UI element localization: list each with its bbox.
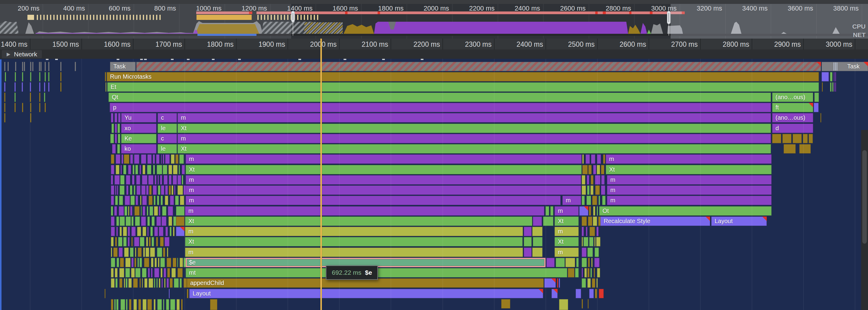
flame-bar[interactable] (161, 217, 166, 226)
flame-bar[interactable] (834, 72, 835, 81)
flame-bar-layout[interactable]: Layout (189, 289, 543, 298)
flame-bar-c[interactable]: c (158, 113, 177, 122)
flame-bar[interactable] (143, 165, 145, 174)
flame-bar[interactable] (799, 144, 811, 153)
filmstrip-tick[interactable] (140, 15, 141, 20)
flame-bar[interactable] (168, 217, 172, 226)
flame-bar[interactable] (4, 82, 5, 92)
flame-bar[interactable] (588, 258, 590, 267)
flame-bar[interactable] (143, 206, 145, 216)
flame-bar[interactable] (124, 278, 125, 288)
flame-bar[interactable] (142, 196, 147, 205)
flame-bar[interactable] (809, 134, 813, 143)
flame-bar[interactable] (121, 299, 125, 310)
flame-bar[interactable] (134, 186, 135, 195)
flame-bar[interactable] (830, 82, 832, 92)
flame-bar[interactable] (161, 268, 162, 277)
flame-bar[interactable] (147, 299, 152, 310)
flame-bar-task[interactable]: Task (110, 62, 135, 71)
flame-bar[interactable] (115, 175, 120, 185)
flame-bar[interactable] (131, 217, 133, 226)
flame-bar[interactable] (146, 186, 149, 195)
flame-bar-xt[interactable]: Xt (555, 217, 579, 226)
flame-bar[interactable] (39, 82, 40, 92)
flame-bar[interactable] (164, 278, 165, 288)
flame-bar[interactable] (147, 227, 149, 236)
flame-bar-layout[interactable]: Layout (711, 217, 767, 226)
flame-bar[interactable] (587, 268, 590, 277)
flame-bar[interactable] (116, 299, 119, 310)
flame-bar[interactable] (161, 278, 163, 288)
flame-bar-xt[interactable]: Xt (185, 217, 532, 226)
flame-bar[interactable] (129, 299, 131, 310)
flame-bar[interactable] (133, 299, 137, 310)
flame-bar[interactable] (119, 196, 123, 205)
filmstrip-tick[interactable] (143, 15, 144, 20)
flame-bar[interactable] (161, 196, 163, 205)
flame-bar[interactable] (111, 237, 114, 246)
flame-bar[interactable] (144, 258, 149, 267)
flame-bar[interactable] (116, 165, 119, 174)
flame-bar[interactable] (156, 217, 161, 226)
flame-bar[interactable] (168, 206, 173, 216)
flame-bar[interactable] (575, 268, 579, 277)
flame-chart[interactable]: TaskTaskRun MicrotasksEtQt(ano…ous)pftYu… (0, 59, 868, 310)
flame-bar[interactable] (597, 154, 601, 164)
flame-bar[interactable] (160, 175, 162, 185)
flame-bar[interactable] (60, 82, 61, 92)
flame-bar[interactable] (111, 206, 113, 216)
filmstrip-tick[interactable] (37, 15, 38, 20)
flame-bar[interactable] (118, 134, 120, 143)
flame-bar[interactable] (533, 237, 542, 246)
flame-bar[interactable] (104, 289, 105, 298)
flame-bar-m[interactable]: m (185, 248, 523, 257)
flame-bar[interactable] (111, 278, 115, 288)
flame-bar[interactable] (130, 206, 132, 216)
flame-bar[interactable] (146, 248, 149, 257)
flame-bar-m[interactable]: m (607, 186, 772, 195)
flame-bar[interactable] (124, 154, 129, 164)
filmstrip-tick[interactable] (133, 15, 134, 20)
flame-bar-qt[interactable]: Qt (108, 92, 771, 102)
scrollbar-track[interactable] (861, 130, 868, 310)
flame-bar[interactable] (524, 248, 532, 257)
flame-bar[interactable] (30, 62, 31, 71)
flame-bar[interactable] (582, 299, 583, 309)
flame-bar[interactable] (44, 92, 45, 102)
flame-bar[interactable] (180, 278, 182, 288)
filmstrip-tick[interactable] (116, 15, 118, 20)
flame-bar[interactable] (182, 165, 185, 174)
filmstrip-tick[interactable] (126, 15, 127, 20)
filmstrip-tick[interactable] (93, 15, 94, 20)
flame-bar[interactable] (22, 103, 23, 112)
flame-bar[interactable] (121, 154, 123, 164)
flame-bar-m[interactable]: m (186, 154, 582, 164)
flame-bar[interactable] (176, 227, 184, 236)
flame-bar[interactable] (182, 175, 183, 185)
flame-bar-ko[interactable]: ko (121, 144, 156, 153)
flame-bar[interactable] (587, 186, 590, 195)
flame-bar[interactable] (141, 217, 146, 226)
flame-bar-ano-ous[interactable]: (ano…ous) (772, 113, 813, 122)
filmstrip-tick[interactable] (153, 15, 154, 20)
flame-bar-m[interactable]: m (555, 206, 579, 216)
flame-bar[interactable] (587, 175, 589, 185)
flame-bar[interactable] (173, 227, 174, 236)
flame-bar[interactable] (173, 165, 178, 174)
flame-bar[interactable] (156, 154, 159, 164)
flame-bar[interactable] (793, 134, 802, 143)
flame-bar[interactable] (40, 62, 41, 71)
flame-bar[interactable] (140, 196, 141, 205)
filmstrip-tick[interactable] (40, 15, 41, 20)
filmstrip-tick[interactable] (67, 15, 68, 20)
flame-bar[interactable] (163, 248, 165, 257)
flame-bar[interactable] (120, 175, 124, 185)
flame-bar[interactable] (164, 175, 167, 185)
flame-bar[interactable] (593, 217, 597, 226)
flame-bar[interactable] (133, 278, 138, 288)
flame-bar[interactable] (582, 154, 584, 164)
flame-bar[interactable] (140, 258, 142, 267)
flame-bar[interactable] (105, 82, 106, 92)
flame-bar[interactable] (116, 154, 120, 164)
flame-bar[interactable] (153, 154, 155, 164)
